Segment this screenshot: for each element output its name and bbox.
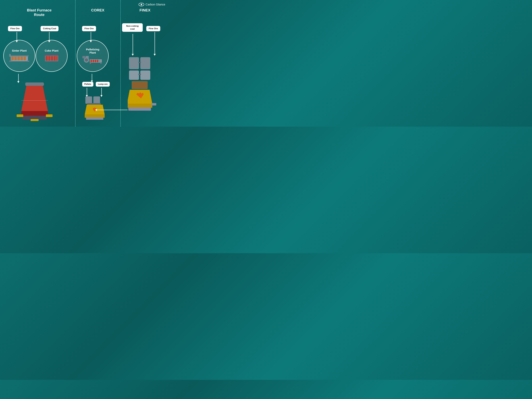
svg-rect-24	[25, 82, 44, 86]
svg-rect-56	[132, 81, 148, 89]
svg-rect-7	[17, 57, 20, 60]
svg-rect-37	[93, 60, 94, 62]
sinter-plant-illustration	[9, 53, 29, 63]
svg-rect-41	[90, 62, 91, 64]
svg-rect-38	[95, 60, 96, 62]
svg-text:>: >	[49, 114, 50, 117]
coke-plant-label: Coke Plant	[45, 49, 58, 52]
svg-rect-23	[56, 54, 57, 55]
arrow-pellets-to-corex	[86, 88, 88, 97]
svg-rect-54	[138, 62, 141, 63]
svg-rect-17	[54, 56, 56, 61]
coke-plant-circle: Coke Plant	[36, 40, 68, 72]
svg-rect-16	[51, 56, 53, 61]
corex-header: COREX	[77, 8, 118, 13]
svg-rect-60	[151, 103, 156, 106]
svg-rect-57	[128, 104, 152, 108]
svg-rect-51	[140, 57, 150, 69]
coke-plant-illustration	[42, 53, 61, 63]
svg-rect-39	[97, 60, 98, 62]
finex-fine-ore-box: Fine Ore	[146, 26, 160, 31]
pelletising-illustration	[82, 55, 103, 64]
svg-rect-43	[82, 56, 85, 58]
svg-rect-52	[129, 70, 139, 80]
svg-rect-58	[128, 107, 151, 111]
svg-rect-9	[24, 57, 26, 60]
svg-rect-8	[20, 57, 23, 60]
svg-rect-36	[90, 60, 92, 62]
svg-rect-11	[9, 61, 12, 62]
svg-rect-48	[85, 114, 105, 118]
svg-rect-18	[56, 56, 57, 61]
svg-rect-14	[46, 56, 48, 61]
divider-blast-corex	[75, 0, 76, 127]
svg-rect-50	[129, 57, 139, 69]
svg-rect-42	[101, 62, 101, 64]
sinter-plant-circle: Sinter Plant	[3, 40, 35, 72]
corex-furnace-illustration	[83, 96, 107, 121]
svg-rect-44	[86, 56, 89, 58]
logo-text: Carbon Glance	[146, 3, 165, 6]
pellets-label: Pellets	[82, 82, 93, 87]
svg-rect-55	[138, 74, 141, 75]
svg-rect-32	[31, 119, 38, 121]
svg-rect-4	[10, 55, 29, 56]
svg-point-1	[141, 4, 142, 5]
arrow-lump-to-corex	[101, 88, 102, 97]
arrow-pelletising-to-outputs	[91, 74, 93, 82]
svg-rect-5	[11, 57, 14, 60]
svg-rect-40	[99, 60, 101, 62]
svg-rect-46	[93, 96, 100, 104]
svg-rect-59	[128, 103, 128, 106]
arrow-right-blast	[17, 74, 19, 83]
svg-rect-20	[46, 54, 47, 55]
finex-reactor-illustration	[128, 56, 162, 112]
sinter-plant-label: Sinter Plant	[12, 49, 27, 52]
svg-rect-21	[50, 54, 51, 55]
logo-area: Carbon Glance	[139, 2, 165, 7]
pelletising-plant-label: Pelletising Plant	[86, 48, 99, 54]
lump-ore-label: Lump ore	[96, 82, 110, 87]
svg-point-2	[141, 4, 141, 4]
svg-rect-12	[27, 61, 29, 62]
svg-point-34	[85, 58, 88, 62]
corex-fine-ore-box: Fine Ore	[82, 26, 96, 31]
finex-non-coking-coal-box: Non-coking coal	[122, 23, 143, 32]
svg-text:<: <	[19, 114, 20, 117]
arrow-finex-to-corex	[95, 109, 127, 111]
svg-rect-49	[86, 117, 103, 120]
svg-rect-6	[14, 57, 17, 60]
arrow-fine-ore-to-finex	[154, 32, 156, 56]
svg-rect-26	[21, 111, 48, 116]
blast-furnace-route-header: Blast Furnace Route	[7, 8, 72, 17]
svg-rect-53	[140, 70, 150, 80]
svg-rect-47	[87, 103, 101, 105]
divider-corex-finex	[120, 0, 121, 127]
finex-header: FINEX	[125, 8, 165, 13]
svg-rect-15	[48, 56, 51, 61]
blast-furnace-illustration: < >	[16, 82, 53, 125]
svg-rect-10	[9, 54, 11, 57]
carbon-glance-icon	[139, 2, 144, 7]
svg-rect-45	[85, 96, 92, 104]
arrow-non-coking-to-finex	[132, 34, 134, 56]
blast-fine-ore-box: Fine Ore	[8, 26, 22, 31]
blast-coking-coal-box: Coking Coal	[41, 26, 58, 31]
pelletising-plant-circle: Pelletising Plant	[77, 40, 109, 72]
svg-rect-22	[53, 54, 54, 55]
